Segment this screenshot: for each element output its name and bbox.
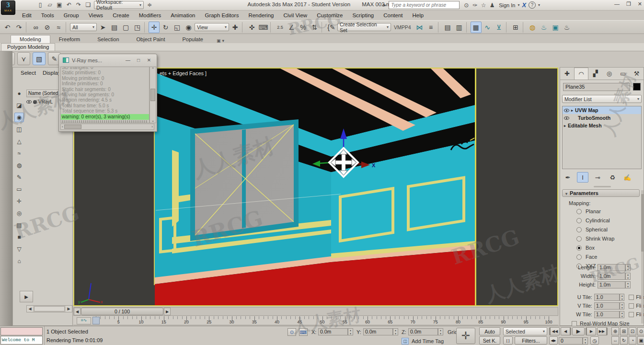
save-file-icon[interactable]: ▣ xyxy=(55,0,64,9)
panel-scrollbar[interactable] xyxy=(641,190,644,323)
previous-frame-button[interactable]: ◀ xyxy=(561,327,571,335)
filter-visibility-icon[interactable]: ◎ xyxy=(14,208,24,218)
sign-in-chevron-icon[interactable]: ▾ xyxy=(518,3,519,7)
mirror-icon[interactable]: ⋈ xyxy=(414,22,425,33)
menu-edit[interactable]: Edit xyxy=(17,12,36,18)
spinner-icon[interactable]: ▴ ▾ xyxy=(625,281,631,288)
select-and-place-icon[interactable]: ◉ xyxy=(183,22,194,33)
filter-pen-icon[interactable]: ✎ xyxy=(14,172,24,182)
toolbar-overflow-icon[interactable]: ≑ xyxy=(145,0,154,9)
mapping-option-spherical[interactable]: Spherical xyxy=(576,227,615,232)
orbit-icon[interactable]: ↻ xyxy=(620,336,628,345)
app-logo[interactable]: 3 MAX xyxy=(1,0,15,15)
scroll-up-icon[interactable]: ⌃ xyxy=(151,67,155,71)
render-production-icon[interactable]: ♨ xyxy=(562,22,573,33)
maximize-viewport-icon[interactable]: ▣ xyxy=(637,336,644,345)
pan-icon[interactable]: ⇔ xyxy=(611,336,619,345)
material-editor-icon[interactable]: ◍ xyxy=(527,22,538,33)
menu-help[interactable]: Help xyxy=(407,12,428,18)
add-time-tag[interactable]: ◫Add Time Tag xyxy=(402,338,444,345)
sign-in-label[interactable]: Sign In xyxy=(499,2,515,8)
favorites-star-icon[interactable]: ☆ xyxy=(479,2,488,9)
menu-content[interactable]: Content xyxy=(379,12,407,18)
use-pivot-center-icon[interactable]: ✚ xyxy=(230,22,241,33)
filter-funnel-light-icon[interactable]: ▽ xyxy=(14,244,24,254)
undo-icon[interactable]: ↶ xyxy=(2,22,13,33)
mapping-option-face[interactable]: Face xyxy=(576,254,615,260)
filter-frozen-icon[interactable]: ■ xyxy=(14,232,24,242)
select-by-name-icon[interactable]: ▤ xyxy=(109,22,120,33)
play-button[interactable]: ▶ xyxy=(572,327,585,335)
ribbon-overflow-button[interactable]: ▣▾ xyxy=(217,38,224,43)
eye-icon[interactable] xyxy=(26,100,32,104)
modifier-list-dropdown[interactable]: Modifier List▾ xyxy=(562,95,642,103)
quill-icon[interactable]: ✑ xyxy=(471,2,479,9)
explorer-menu-select[interactable]: Select xyxy=(21,70,36,76)
select-and-manipulate-icon[interactable]: ✜ xyxy=(246,22,257,33)
close-icon[interactable]: ✕ xyxy=(145,58,153,63)
new-file-icon[interactable]: ▯ xyxy=(35,0,45,9)
show-end-result-icon[interactable]: I xyxy=(577,172,588,183)
maxscript-listener-output[interactable]: Welcome to M xyxy=(0,336,43,345)
minimize-icon[interactable]: — xyxy=(124,58,132,63)
zoom-all-icon[interactable]: ⊞ xyxy=(620,327,628,335)
spinner-icon[interactable]: ▴ ▾ xyxy=(393,328,398,335)
tab-selection[interactable]: Selection xyxy=(89,35,127,43)
zoom-extents-icon[interactable]: ⊡ xyxy=(629,327,636,335)
project-folder-icon[interactable]: ❏ xyxy=(83,0,93,9)
param-value-field[interactable]: 1.0m xyxy=(598,264,625,271)
radio-icon[interactable] xyxy=(576,236,582,242)
undo-icon[interactable]: ↶ xyxy=(64,0,74,9)
modify-tab[interactable]: ◠ xyxy=(574,68,589,80)
filter-gizmo-icon[interactable]: ✛ xyxy=(14,196,24,206)
filter-folder-icon[interactable]: ⌂ xyxy=(14,256,24,266)
user-icon[interactable]: ♟ xyxy=(488,2,496,9)
angle-snap-icon[interactable]: ∠ xyxy=(286,22,297,33)
transform-gizmo-toggle-button[interactable]: ✛ xyxy=(456,328,475,344)
filter-list-icon[interactable]: ▤ xyxy=(14,220,24,230)
mapping-option-box[interactable]: Box xyxy=(576,245,615,251)
snaps-toggle-icon[interactable]: 2.5 xyxy=(275,22,286,33)
radio-icon[interactable] xyxy=(576,245,582,251)
mini-curve-editor-button[interactable]: ≡∿ xyxy=(77,317,91,324)
frame-handle[interactable] xyxy=(92,317,100,324)
exchange-apps-icon[interactable]: X xyxy=(522,1,526,9)
select-and-scale-icon[interactable]: ◱ xyxy=(172,22,183,33)
scroll-down-icon[interactable]: ⌄ xyxy=(151,118,155,123)
flip-checkbox[interactable] xyxy=(629,295,634,300)
workspace-dropdown[interactable]: Workspace: Default▾ xyxy=(94,1,144,9)
next-frame-button[interactable]: ▶ xyxy=(586,327,596,335)
vray-log-list[interactable]: SD triangles: 0Static primitives: 0Movin… xyxy=(60,67,150,123)
select-and-rotate-icon[interactable]: ↻ xyxy=(160,22,171,33)
real-world-checkbox[interactable] xyxy=(572,321,577,326)
coord-field-x[interactable]: 0.0m xyxy=(318,328,348,335)
tab-populate[interactable]: Populate xyxy=(173,35,211,43)
make-unique-icon[interactable]: ⊸ xyxy=(592,172,603,183)
frame-spinner[interactable]: ▴ ▾ xyxy=(583,337,588,345)
menu-customize[interactable]: Customize xyxy=(312,12,347,18)
search-communication-icon[interactable]: ⊙ xyxy=(462,2,471,9)
menu-animation[interactable]: Animation xyxy=(166,12,200,18)
flip-checkbox[interactable] xyxy=(629,312,634,317)
select-and-link-icon[interactable]: ∞ xyxy=(30,22,41,33)
schematic-view-icon[interactable]: ⊞ xyxy=(510,22,521,33)
previous-key-icon[interactable]: ◀ xyxy=(74,308,80,315)
select-and-move-icon[interactable]: ✛ xyxy=(149,22,160,33)
vray-window-titlebar[interactable]: V-Ray mes... — □ ✕ xyxy=(59,54,157,66)
rendered-frame-window-icon[interactable]: ▣ xyxy=(550,22,561,33)
select-object-icon[interactable]: ➤ xyxy=(97,22,108,33)
filter-materials-icon[interactable]: ◍ xyxy=(14,161,24,170)
track-bar-ruler[interactable]: ≡∿ 0510152025303540455055606570758085909… xyxy=(73,316,558,325)
percent-snap-icon[interactable]: % xyxy=(298,22,309,33)
modifier-editable-mesh[interactable]: ▸Editable Mesh xyxy=(563,122,641,129)
go-to-end-button[interactable]: ▶▶ xyxy=(597,327,608,335)
parameters-rollout-header[interactable]: ▾Parameters xyxy=(562,189,640,197)
modifier-turbosmooth[interactable]: TurboSmooth xyxy=(563,114,641,122)
filter-lights-icon[interactable]: ◉ xyxy=(14,113,24,122)
spinner-snap-icon[interactable]: ⇅ xyxy=(309,22,320,33)
pick-tool-icon[interactable]: ⋎ xyxy=(17,52,30,65)
tab-modeling[interactable]: Modeling xyxy=(11,35,50,43)
region-icon[interactable]: ◔ xyxy=(629,336,636,345)
named-selection-set-dropdown[interactable]: Create Selection Set▾ xyxy=(337,23,391,31)
mapping-option-cylindrical[interactable]: Cylindrical xyxy=(576,218,615,223)
